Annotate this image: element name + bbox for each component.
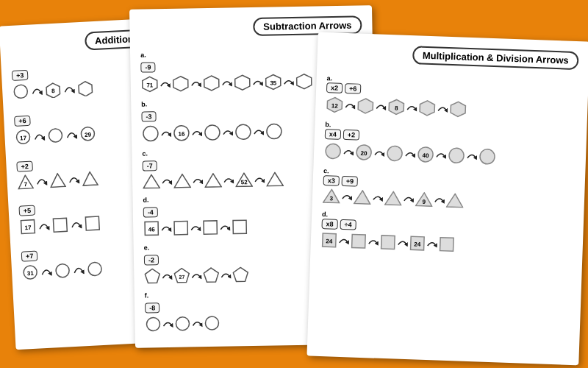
- svg-text:24: 24: [326, 238, 333, 244]
- circle-shape: [448, 146, 466, 165]
- hexagon-shape: [172, 75, 190, 93]
- arc-arrow: [162, 320, 173, 328]
- arc-arrow: [434, 196, 445, 203]
- arc-arrow: [374, 149, 384, 156]
- svg-point-29: [143, 126, 158, 141]
- arc-arrow: [38, 222, 51, 231]
- hexagon-shape: [449, 100, 467, 118]
- pentagon-shape: [144, 268, 160, 284]
- multiplication-worksheet: Multiplication & Division Arrows a. x2 +…: [306, 32, 588, 366]
- addition-problem-c: +2 7: [16, 152, 151, 189]
- arc-arrow: [436, 151, 446, 158]
- circle-shape: [478, 147, 497, 166]
- arc-arrow: [65, 130, 78, 139]
- square-shape: [173, 220, 189, 236]
- svg-point-53: [205, 316, 218, 330]
- op-badge: +7: [21, 250, 38, 261]
- triangle-shape: [266, 171, 284, 186]
- svg-rect-16: [85, 216, 99, 230]
- svg-marker-72: [385, 191, 402, 205]
- pentagon-shape: [232, 266, 248, 283]
- circle-shape: [204, 315, 220, 331]
- svg-text:27: 27: [179, 275, 184, 280]
- circle-shape: [47, 127, 64, 144]
- svg-text:17: 17: [20, 135, 27, 141]
- circle-shape: [142, 124, 159, 142]
- triangle-shape: [354, 190, 372, 205]
- arc-arrow: [376, 102, 386, 110]
- square-shape: 24: [409, 235, 426, 252]
- square-shape: [232, 219, 248, 235]
- hexagon-shape: [77, 79, 94, 96]
- square-shape: [380, 234, 397, 251]
- arc-arrow: [342, 193, 352, 200]
- arc-arrow: [398, 239, 408, 247]
- svg-text:46: 46: [148, 226, 156, 233]
- arc-arrow: [373, 194, 383, 201]
- hexagon-shape: 35: [265, 73, 282, 91]
- svg-marker-24: [204, 76, 219, 91]
- circle-shape: [265, 122, 283, 140]
- square-shape: [84, 215, 101, 232]
- svg-text:40: 40: [422, 152, 429, 159]
- circle-shape: [174, 316, 190, 332]
- triangle-shape: 3: [323, 188, 341, 204]
- multiplication-title: Multiplication & Division Arrows: [412, 46, 579, 70]
- triangle-shape: [384, 191, 403, 206]
- svg-rect-44: [204, 221, 217, 234]
- svg-marker-28: [297, 74, 312, 89]
- arc-arrow: [192, 129, 202, 136]
- mul-problem-d: d. x8 ÷4 24 24: [321, 210, 574, 257]
- arc-arrow: [63, 85, 76, 94]
- arc-arrow: [68, 174, 80, 184]
- svg-point-67: [449, 148, 465, 163]
- circle-shape: 31: [22, 263, 39, 280]
- arc-arrow: [40, 266, 53, 276]
- svg-point-34: [267, 124, 282, 138]
- arc-arrow: [190, 224, 201, 231]
- addition-problem-b: +6 17 29: [14, 106, 149, 145]
- triangle-shape: [204, 173, 222, 188]
- op-badge: +5: [18, 205, 35, 216]
- hexagon-shape: [418, 99, 437, 118]
- arc-arrow: [31, 86, 43, 96]
- svg-text:31: 31: [27, 270, 35, 277]
- mul-problem-a: a. x2 +6 12 8: [326, 74, 578, 122]
- arc-arrow: [192, 319, 202, 327]
- svg-rect-43: [174, 222, 187, 235]
- svg-text:24: 24: [414, 241, 421, 247]
- arc-arrow: [405, 150, 415, 158]
- hexagon-shape: 71: [141, 75, 159, 93]
- triangle-shape: 52: [235, 172, 253, 187]
- arc-arrow: [162, 272, 172, 280]
- arc-arrow: [437, 105, 448, 112]
- op-badge: +6: [14, 116, 31, 127]
- svg-point-61: [326, 144, 341, 159]
- arc-arrow: [284, 78, 294, 85]
- svg-text:16: 16: [178, 131, 185, 138]
- triangle-shape: 7: [17, 174, 34, 190]
- hexagon-shape: [234, 74, 251, 91]
- svg-marker-49: [204, 268, 218, 282]
- op-badge: +3: [12, 70, 29, 81]
- svg-text:71: 71: [146, 82, 154, 88]
- circle-shape: [145, 316, 161, 332]
- svg-point-0: [14, 85, 28, 99]
- svg-marker-59: [420, 101, 435, 116]
- triangle-shape: [173, 173, 191, 188]
- arc-arrow: [220, 272, 231, 279]
- arc-arrow: [222, 79, 232, 86]
- square-shape: [51, 216, 68, 233]
- svg-point-64: [387, 146, 403, 161]
- triangle-shape: [49, 172, 66, 188]
- square-shape: [202, 219, 218, 236]
- circle-shape: [234, 123, 252, 141]
- square-shape: [351, 233, 368, 250]
- hexagon-shape: 8: [45, 82, 62, 99]
- arc-arrow: [368, 238, 379, 245]
- mul-problem-b: b. x4 +2 20 40: [324, 121, 577, 169]
- arc-arrow: [73, 265, 85, 275]
- arc-arrow: [35, 177, 48, 186]
- svg-marker-12: [82, 171, 98, 185]
- triangle-shape: [446, 193, 465, 208]
